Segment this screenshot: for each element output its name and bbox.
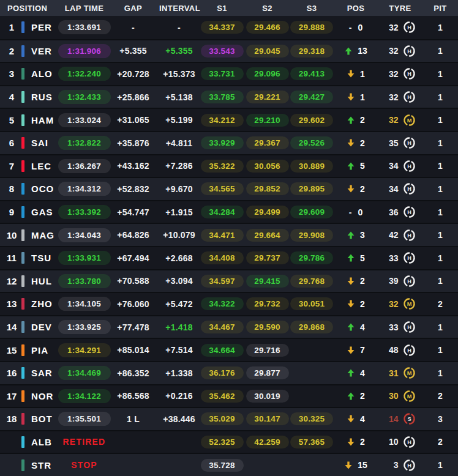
- tyre-compound-icon: H: [403, 206, 416, 218]
- sector1-time: 33.785: [201, 91, 244, 103]
- driver-code: ALB: [31, 437, 52, 447]
- interval-value: -: [178, 23, 181, 32]
- sector2-time: 29.045: [246, 45, 289, 58]
- sector1-time: 34.597: [201, 275, 244, 288]
- team-color-bar: [21, 459, 24, 471]
- svg-text:H: H: [407, 278, 411, 284]
- position-number: 11: [4, 253, 20, 263]
- tyre-compound-icon: H: [403, 136, 416, 149]
- column-header-s1: S1: [199, 4, 245, 13]
- svg-text:H: H: [407, 186, 411, 192]
- interval-value: +1.338: [165, 368, 192, 378]
- position-change-arrow-icon: [347, 138, 355, 147]
- gap-value: +43.162: [117, 161, 149, 171]
- position-number: 16: [4, 368, 20, 378]
- sector3-time: 57.365: [290, 436, 333, 448]
- sector3-time: 29.888: [290, 21, 333, 34]
- tyre-lap-count: 3: [385, 460, 399, 470]
- position-change-value: 2: [360, 184, 365, 194]
- tyre-lap-count: 32: [385, 23, 399, 32]
- driver-code: ALO: [31, 69, 53, 79]
- gap-value: +70.588: [117, 276, 149, 286]
- sector1-time: 34.337: [201, 21, 244, 34]
- position-change-arrow-icon: [347, 277, 355, 286]
- interval-value: +38.446: [163, 414, 195, 424]
- tyre-compound-icon: H: [403, 67, 416, 80]
- table-row: 10 MAG 1:34.043 +64.826 +10.079 34.471 2…: [0, 223, 458, 246]
- lap-time: 1:33.691: [58, 20, 111, 34]
- sector2-time: 29.466: [246, 21, 289, 34]
- svg-text:M: M: [407, 370, 411, 376]
- sector2-time: 29.737: [246, 251, 289, 264]
- tyre-compound-icon: H: [403, 436, 416, 448]
- svg-text:H: H: [407, 24, 411, 31]
- position-change-value: 1: [360, 92, 365, 102]
- interval-value: +5.199: [165, 115, 192, 125]
- position-number: 3: [4, 69, 20, 79]
- position-number: 8: [4, 184, 20, 194]
- tyre-compound-icon: H: [403, 91, 416, 103]
- lap-time: 1:34.122: [58, 389, 111, 403]
- table-row: 16 SAR 1:34.469 +86.352 +1.338 36.176 29…: [0, 361, 458, 384]
- team-color-bar: [21, 367, 24, 379]
- sector1-time: 34.467: [201, 321, 244, 333]
- driver-code: HUL: [31, 276, 52, 286]
- position-change-arrow-icon: [347, 322, 355, 332]
- column-header-position: POSITION: [0, 4, 61, 13]
- tyre-lap-count: 32: [385, 46, 399, 56]
- table-row: 15 PIA 1:34.291 +85.014 +7.514 34.664 29…: [0, 338, 458, 361]
- team-color-bar: [21, 45, 24, 57]
- team-color-bar: [21, 114, 24, 126]
- tyre-compound-icon: M: [403, 390, 416, 403]
- pit-count: 1: [438, 345, 443, 355]
- position-number: 15: [4, 345, 20, 355]
- svg-text:M: M: [407, 393, 411, 400]
- team-color-bar: [21, 321, 24, 333]
- interval-value: +0.216: [165, 391, 192, 401]
- team-color-bar: [21, 275, 24, 287]
- position-change-value: 2: [360, 391, 365, 401]
- position-change-arrow-icon: [347, 253, 355, 262]
- driver-code: SAR: [31, 368, 53, 378]
- sector1-time: 33.543: [201, 45, 244, 58]
- sector3-time: 29.413: [290, 67, 333, 80]
- interval-value: +15.373: [163, 69, 195, 79]
- sector2-time: 29.367: [246, 136, 289, 149]
- tyre-lap-count: 32: [385, 69, 399, 79]
- tyre-compound-icon: H: [403, 45, 416, 58]
- tyre-lap-count: 32: [385, 299, 399, 309]
- table-row: 17 NOR 1:34.122 +86.568 +0.216 35.462 30…: [0, 384, 458, 407]
- table-row: STR STOP 35.728 - 15 3 H 1: [0, 453, 458, 476]
- position-change-value: 4: [360, 414, 365, 424]
- column-header-pos: POS: [334, 4, 378, 13]
- position-change-value: 1: [360, 69, 365, 79]
- pit-count: 1: [438, 322, 443, 332]
- position-change-value: 5: [360, 253, 365, 263]
- sector1-time: 34.565: [201, 182, 244, 195]
- team-color-bar: [21, 298, 24, 310]
- sector3-time: 29.895: [290, 182, 333, 195]
- sector3-time: 29.602: [290, 114, 333, 127]
- tyre-compound-icon: M: [403, 114, 416, 127]
- team-color-bar: [21, 390, 24, 402]
- sector2-time: 29.852: [246, 182, 289, 195]
- svg-text:H: H: [407, 71, 411, 77]
- pit-count: 1: [438, 23, 443, 32]
- sector2-time: 29.499: [246, 206, 289, 218]
- sector1-time: 36.176: [201, 366, 244, 379]
- position-change-value: 15: [358, 460, 367, 470]
- driver-code: DEV: [31, 322, 52, 332]
- position-number: 2: [4, 46, 20, 56]
- table-row: 8 OCO 1:34.312 +52.832 +9.670 34.565 29.…: [0, 177, 458, 200]
- position-change-arrow-icon: [347, 116, 355, 125]
- column-header-s2: S2: [245, 4, 290, 13]
- gap-value: +67.494: [117, 253, 149, 263]
- table-row: 7 LEC 1:36.267 +43.162 +7.286 35.322 30.…: [0, 154, 458, 177]
- table-row: 4 RUS 1:32.433 +25.866 +5.138 33.785 29.…: [0, 85, 458, 108]
- svg-text:H: H: [407, 255, 411, 261]
- sector2-time: 29.210: [246, 114, 289, 127]
- position-change-none-icon: -: [349, 23, 352, 32]
- team-color-bar: [21, 413, 24, 425]
- svg-text:H: H: [407, 462, 411, 468]
- gap-value: +77.478: [117, 322, 149, 332]
